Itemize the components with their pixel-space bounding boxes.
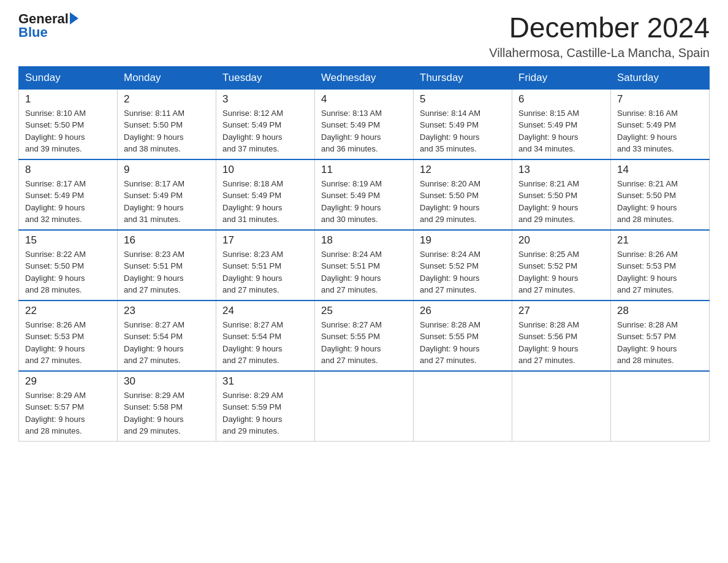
day-info: Sunrise: 8:25 AM Sunset: 5:52 PM Dayligh… — [518, 248, 604, 296]
calendar-cell: 17 Sunrise: 8:23 AM Sunset: 5:51 PM Dayl… — [216, 230, 315, 301]
calendar-cell: 8 Sunrise: 8:17 AM Sunset: 5:49 PM Dayli… — [19, 159, 118, 230]
day-info: Sunrise: 8:17 AM Sunset: 5:49 PM Dayligh… — [25, 178, 111, 226]
week-row-3: 15 Sunrise: 8:22 AM Sunset: 5:50 PM Dayl… — [19, 230, 710, 301]
day-info: Sunrise: 8:13 AM Sunset: 5:49 PM Dayligh… — [321, 107, 407, 155]
day-number: 11 — [321, 164, 407, 176]
day-number: 3 — [222, 93, 308, 105]
week-row-4: 22 Sunrise: 8:26 AM Sunset: 5:53 PM Dayl… — [19, 301, 710, 371]
day-info: Sunrise: 8:27 AM Sunset: 5:55 PM Dayligh… — [321, 319, 407, 367]
day-info: Sunrise: 8:19 AM Sunset: 5:49 PM Dayligh… — [321, 178, 407, 226]
location-title: Villahermosa, Castille-La Mancha, Spain — [489, 46, 710, 60]
calendar-cell: 27 Sunrise: 8:28 AM Sunset: 5:56 PM Dayl… — [512, 301, 611, 371]
day-number: 27 — [518, 305, 604, 317]
day-info: Sunrise: 8:18 AM Sunset: 5:49 PM Dayligh… — [222, 178, 308, 226]
week-row-1: 1 Sunrise: 8:10 AM Sunset: 5:50 PM Dayli… — [19, 89, 710, 159]
header: General Blue December 2024 Villahermosa,… — [18, 12, 710, 60]
calendar-cell: 19 Sunrise: 8:24 AM Sunset: 5:52 PM Dayl… — [414, 230, 512, 301]
day-number: 26 — [420, 305, 506, 317]
weekday-header-sunday: Sunday — [19, 66, 118, 89]
calendar-cell — [611, 371, 710, 442]
calendar-cell: 9 Sunrise: 8:17 AM Sunset: 5:49 PM Dayli… — [118, 159, 216, 230]
calendar-cell: 23 Sunrise: 8:27 AM Sunset: 5:54 PM Dayl… — [118, 301, 216, 371]
day-number: 1 — [25, 93, 111, 105]
calendar-cell: 7 Sunrise: 8:16 AM Sunset: 5:49 PM Dayli… — [611, 89, 710, 159]
logo-general-text: General — [18, 12, 69, 26]
calendar-cell: 21 Sunrise: 8:26 AM Sunset: 5:53 PM Dayl… — [611, 230, 710, 301]
weekday-header-wednesday: Wednesday — [315, 66, 414, 89]
calendar-cell: 20 Sunrise: 8:25 AM Sunset: 5:52 PM Dayl… — [512, 230, 611, 301]
calendar-cell: 12 Sunrise: 8:20 AM Sunset: 5:50 PM Dayl… — [414, 159, 512, 230]
day-number: 5 — [420, 93, 506, 105]
weekday-header-saturday: Saturday — [611, 66, 710, 89]
day-number: 29 — [25, 375, 111, 388]
day-number: 6 — [518, 93, 604, 105]
calendar-cell: 6 Sunrise: 8:15 AM Sunset: 5:49 PM Dayli… — [512, 89, 611, 159]
logo-blue-text: Blue — [18, 26, 48, 39]
calendar-cell: 28 Sunrise: 8:28 AM Sunset: 5:57 PM Dayl… — [611, 301, 710, 371]
day-number: 13 — [518, 164, 604, 176]
logo: General Blue — [18, 12, 78, 39]
calendar-cell: 11 Sunrise: 8:19 AM Sunset: 5:49 PM Dayl… — [315, 159, 414, 230]
day-number: 2 — [124, 93, 210, 105]
calendar-cell — [512, 371, 611, 442]
calendar-cell: 25 Sunrise: 8:27 AM Sunset: 5:55 PM Dayl… — [315, 301, 414, 371]
weekday-header-tuesday: Tuesday — [216, 66, 315, 89]
day-number: 9 — [124, 164, 210, 176]
day-number: 24 — [222, 305, 308, 317]
calendar-cell: 22 Sunrise: 8:26 AM Sunset: 5:53 PM Dayl… — [19, 301, 118, 371]
day-info: Sunrise: 8:23 AM Sunset: 5:51 PM Dayligh… — [124, 248, 210, 296]
day-info: Sunrise: 8:22 AM Sunset: 5:50 PM Dayligh… — [25, 248, 111, 296]
calendar-cell: 29 Sunrise: 8:29 AM Sunset: 5:57 PM Dayl… — [19, 371, 118, 442]
day-info: Sunrise: 8:23 AM Sunset: 5:51 PM Dayligh… — [222, 248, 308, 296]
day-info: Sunrise: 8:27 AM Sunset: 5:54 PM Dayligh… — [222, 319, 308, 367]
day-info: Sunrise: 8:21 AM Sunset: 5:50 PM Dayligh… — [518, 178, 604, 226]
calendar-cell: 15 Sunrise: 8:22 AM Sunset: 5:50 PM Dayl… — [19, 230, 118, 301]
calendar-cell: 26 Sunrise: 8:28 AM Sunset: 5:55 PM Dayl… — [414, 301, 512, 371]
weekday-header-friday: Friday — [512, 66, 611, 89]
day-info: Sunrise: 8:26 AM Sunset: 5:53 PM Dayligh… — [617, 248, 703, 296]
calendar-cell: 14 Sunrise: 8:21 AM Sunset: 5:50 PM Dayl… — [611, 159, 710, 230]
calendar-cell: 18 Sunrise: 8:24 AM Sunset: 5:51 PM Dayl… — [315, 230, 414, 301]
calendar-cell: 24 Sunrise: 8:27 AM Sunset: 5:54 PM Dayl… — [216, 301, 315, 371]
day-info: Sunrise: 8:28 AM Sunset: 5:57 PM Dayligh… — [617, 319, 703, 367]
day-info: Sunrise: 8:16 AM Sunset: 5:49 PM Dayligh… — [617, 107, 703, 155]
day-info: Sunrise: 8:12 AM Sunset: 5:49 PM Dayligh… — [222, 107, 308, 155]
day-number: 30 — [124, 375, 210, 388]
day-info: Sunrise: 8:24 AM Sunset: 5:51 PM Dayligh… — [321, 248, 407, 296]
logo-arrow-icon — [70, 12, 78, 25]
weekday-header-row: SundayMondayTuesdayWednesdayThursdayFrid… — [19, 66, 710, 89]
calendar-cell — [315, 371, 414, 442]
calendar-cell: 1 Sunrise: 8:10 AM Sunset: 5:50 PM Dayli… — [19, 89, 118, 159]
day-info: Sunrise: 8:24 AM Sunset: 5:52 PM Dayligh… — [420, 248, 506, 296]
day-info: Sunrise: 8:15 AM Sunset: 5:49 PM Dayligh… — [518, 107, 604, 155]
month-title: December 2024 — [489, 12, 710, 44]
calendar-table: SundayMondayTuesdayWednesdayThursdayFrid… — [18, 66, 710, 442]
day-number: 10 — [222, 164, 308, 176]
day-number: 31 — [222, 375, 308, 388]
calendar-cell: 4 Sunrise: 8:13 AM Sunset: 5:49 PM Dayli… — [315, 89, 414, 159]
calendar-cell: 3 Sunrise: 8:12 AM Sunset: 5:49 PM Dayli… — [216, 89, 315, 159]
day-number: 18 — [321, 234, 407, 247]
day-info: Sunrise: 8:29 AM Sunset: 5:58 PM Dayligh… — [124, 389, 210, 437]
calendar-cell: 30 Sunrise: 8:29 AM Sunset: 5:58 PM Dayl… — [118, 371, 216, 442]
calendar-cell: 16 Sunrise: 8:23 AM Sunset: 5:51 PM Dayl… — [118, 230, 216, 301]
day-info: Sunrise: 8:20 AM Sunset: 5:50 PM Dayligh… — [420, 178, 506, 226]
weekday-header-thursday: Thursday — [414, 66, 512, 89]
day-info: Sunrise: 8:11 AM Sunset: 5:50 PM Dayligh… — [124, 107, 210, 155]
calendar-cell: 10 Sunrise: 8:18 AM Sunset: 5:49 PM Dayl… — [216, 159, 315, 230]
day-info: Sunrise: 8:28 AM Sunset: 5:55 PM Dayligh… — [420, 319, 506, 367]
day-number: 14 — [617, 164, 703, 176]
day-info: Sunrise: 8:29 AM Sunset: 5:57 PM Dayligh… — [25, 389, 111, 437]
day-info: Sunrise: 8:14 AM Sunset: 5:49 PM Dayligh… — [420, 107, 506, 155]
calendar-cell: 13 Sunrise: 8:21 AM Sunset: 5:50 PM Dayl… — [512, 159, 611, 230]
day-number: 15 — [25, 234, 111, 247]
day-number: 25 — [321, 305, 407, 317]
calendar-cell: 31 Sunrise: 8:29 AM Sunset: 5:59 PM Dayl… — [216, 371, 315, 442]
day-info: Sunrise: 8:27 AM Sunset: 5:54 PM Dayligh… — [124, 319, 210, 367]
day-number: 8 — [25, 164, 111, 176]
day-number: 12 — [420, 164, 506, 176]
day-info: Sunrise: 8:10 AM Sunset: 5:50 PM Dayligh… — [25, 107, 111, 155]
day-info: Sunrise: 8:29 AM Sunset: 5:59 PM Dayligh… — [222, 389, 308, 437]
weekday-header-monday: Monday — [118, 66, 216, 89]
day-number: 16 — [124, 234, 210, 247]
